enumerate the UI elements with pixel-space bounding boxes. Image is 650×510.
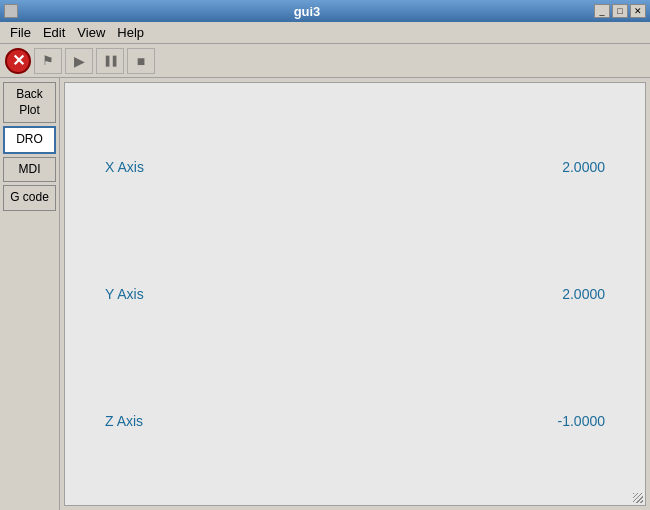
flag-button[interactable]: ⚑ xyxy=(34,48,62,74)
sidebar: BackPlot DRO MDI G code xyxy=(0,78,60,510)
titlebar: gui3 _ □ ✕ xyxy=(0,0,650,22)
play-button[interactable]: ▶ xyxy=(65,48,93,74)
x-axis-label: X Axis xyxy=(105,159,185,175)
x-axis-row: X Axis 2.0000 xyxy=(65,159,645,175)
play-icon: ▶ xyxy=(74,53,85,69)
stop-icon: ✕ xyxy=(12,51,25,70)
main-container: BackPlot DRO MDI G code X Axis 2.0000 Y … xyxy=(0,78,650,510)
y-axis-label: Y Axis xyxy=(105,286,185,302)
sidebar-item-dro[interactable]: DRO xyxy=(3,126,56,154)
stop2-icon: ■ xyxy=(137,53,145,69)
menu-item-help[interactable]: Help xyxy=(111,23,150,42)
z-axis-row: Z Axis -1.0000 xyxy=(65,413,645,429)
pause-button[interactable]: ❚❚ xyxy=(96,48,124,74)
dro-panel: X Axis 2.0000 Y Axis 2.0000 Z Axis -1.00… xyxy=(64,82,646,506)
sidebar-item-backplot[interactable]: BackPlot xyxy=(3,82,56,123)
menubar: FileEditViewHelp xyxy=(0,22,650,44)
y-axis-value: 2.0000 xyxy=(562,286,605,302)
titlebar-controls: _ □ ✕ xyxy=(594,4,646,18)
menu-item-file[interactable]: File xyxy=(4,23,37,42)
z-axis-value: -1.0000 xyxy=(558,413,605,429)
flag-icon: ⚑ xyxy=(42,53,54,68)
menu-item-view[interactable]: View xyxy=(71,23,111,42)
x-axis-value: 2.0000 xyxy=(562,159,605,175)
toolbar: ✕ ⚑ ▶ ❚❚ ■ xyxy=(0,44,650,78)
menu-item-edit[interactable]: Edit xyxy=(37,23,71,42)
titlebar-title: gui3 xyxy=(20,4,594,19)
z-axis-label: Z Axis xyxy=(105,413,185,429)
sidebar-item-gcode[interactable]: G code xyxy=(3,185,56,211)
stop2-button[interactable]: ■ xyxy=(127,48,155,74)
titlebar-left xyxy=(4,4,20,18)
app-icon xyxy=(4,4,18,18)
close-button[interactable]: ✕ xyxy=(630,4,646,18)
maximize-button[interactable]: □ xyxy=(612,4,628,18)
stop-button[interactable]: ✕ xyxy=(5,48,31,74)
resize-corner xyxy=(633,493,643,503)
pause-icon: ❚❚ xyxy=(103,54,117,67)
minimize-button[interactable]: _ xyxy=(594,4,610,18)
y-axis-row: Y Axis 2.0000 xyxy=(65,286,645,302)
sidebar-item-mdi[interactable]: MDI xyxy=(3,157,56,183)
